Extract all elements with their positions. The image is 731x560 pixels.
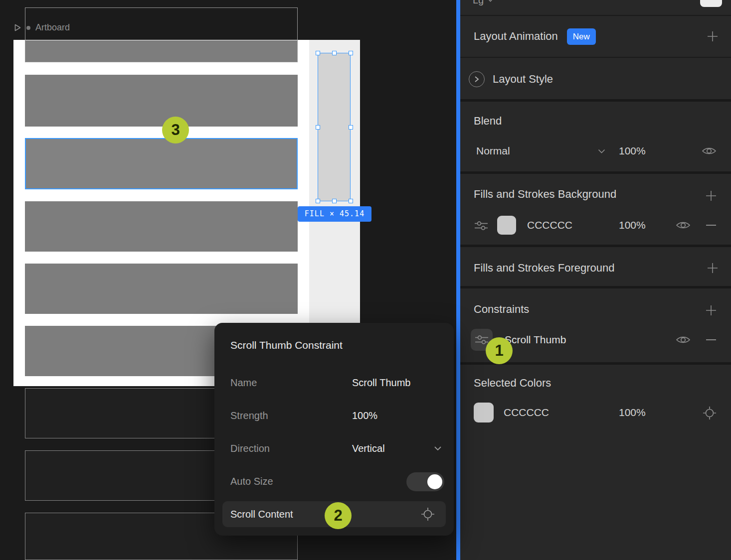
strength-value[interactable]: 100% — [352, 410, 377, 421]
selection-handle[interactable] — [349, 125, 353, 130]
constraint-item-label[interactable]: Scroll Thumb — [505, 329, 566, 351]
selected-color-opacity-field[interactable]: 100% — [619, 402, 646, 423]
layout-style-title: Layout Style — [493, 73, 553, 86]
selected-color-hex-field[interactable]: CCCCCC — [504, 402, 549, 423]
target-picker-icon[interactable] — [421, 507, 435, 521]
fills-foreground-section: Fills and Strokes Foreground — [460, 250, 731, 288]
adjust-icon — [475, 334, 489, 345]
list-item[interactable] — [25, 40, 297, 62]
layout-animation-row[interactable]: Layout Animation New — [460, 16, 731, 58]
toggle-knob[interactable] — [427, 474, 442, 489]
annotation-badge-3: 3 — [162, 117, 189, 143]
scroll-thumb[interactable] — [318, 53, 351, 201]
target-picker-icon[interactable] — [703, 406, 717, 420]
blend-title: Blend — [474, 115, 502, 128]
inspector-panel: Lg Layout Animation New Layout Style Ble… — [460, 0, 731, 560]
eye-icon[interactable] — [702, 146, 717, 156]
list-item[interactable] — [25, 264, 298, 314]
panel-top-partial-label: Lg — [473, 0, 484, 6]
add-foreground-fill-button[interactable] — [706, 262, 719, 275]
artboard-name: Artboard — [35, 22, 70, 33]
annotation-badge-2: 2 — [325, 502, 352, 529]
constraints-title: Constraints — [474, 303, 529, 316]
artboard-label[interactable]: Artboard — [14, 22, 70, 33]
chevron-down-icon — [487, 0, 494, 2]
add-layout-animation-button[interactable] — [706, 30, 719, 43]
panel-resize-divider[interactable] — [456, 0, 460, 560]
annotation-badge-1: 1 — [486, 337, 513, 364]
auto-size-toggle[interactable] — [406, 472, 444, 491]
add-fill-button[interactable] — [705, 189, 718, 202]
eye-icon[interactable] — [676, 220, 691, 230]
auto-size-label: Auto Size — [230, 476, 273, 487]
chevron-down-icon[interactable] — [598, 149, 605, 153]
new-badge: New — [567, 28, 596, 45]
fill-color-swatch[interactable] — [497, 216, 516, 235]
direction-label: Direction — [230, 443, 270, 454]
component-dot-icon — [26, 26, 30, 30]
list-item-selected[interactable] — [25, 138, 298, 189]
selection-handle[interactable] — [349, 199, 353, 203]
layout-animation-title: Layout Animation — [474, 30, 558, 43]
blend-section: Blend Normal 100% — [460, 104, 731, 174]
name-label: Name — [230, 377, 257, 389]
strength-label: Strength — [230, 410, 268, 421]
selection-handle[interactable] — [316, 51, 320, 55]
direction-select[interactable]: Vertical — [352, 443, 385, 454]
fill-opacity-field[interactable]: 100% — [619, 215, 646, 235]
panel-top-partial-control[interactable]: Lg — [473, 0, 494, 6]
remove-fill-button[interactable] — [706, 224, 717, 226]
size-tooltip: FILL × 45.14 — [298, 206, 371, 222]
remove-constraint-button[interactable] — [706, 339, 717, 341]
chevron-right-circle-icon[interactable] — [469, 71, 485, 87]
fills-foreground-title: Fills and Strokes Foreground — [474, 262, 614, 275]
list-item[interactable] — [25, 75, 298, 127]
scroll-content-label: Scroll Content — [230, 501, 293, 527]
popup-title: Scroll Thumb Constraint — [230, 339, 343, 351]
selection-handle[interactable] — [349, 51, 353, 55]
app-window: Artboard FILL × 45.14 Scroll Thumb Const… — [0, 0, 731, 560]
chevron-down-icon[interactable] — [434, 446, 442, 451]
selected-color-swatch[interactable] — [474, 403, 494, 422]
selected-colors-title: Selected Colors — [474, 377, 551, 390]
layout-style-row[interactable]: Layout Style — [460, 59, 731, 102]
blend-mode-select[interactable]: Normal — [476, 142, 510, 160]
eye-icon[interactable] — [676, 335, 691, 345]
name-value[interactable]: Scroll Thumb — [352, 377, 410, 389]
list-item[interactable] — [25, 201, 298, 252]
fill-color-hex-field[interactable]: CCCCCC — [527, 215, 572, 235]
panel-top-partial-button[interactable] — [700, 0, 722, 7]
selection-handle[interactable] — [316, 199, 320, 203]
selection-handle[interactable] — [332, 51, 337, 55]
selected-colors-section: Selected Colors CCCCCC 100% — [460, 367, 731, 560]
add-constraint-button[interactable] — [705, 304, 718, 317]
fills-background-section: Fills and Strokes Background CCCCCC 100% — [460, 176, 731, 247]
fills-background-title: Fills and Strokes Background — [474, 188, 616, 201]
adjust-icon[interactable] — [474, 220, 488, 231]
selection-handle[interactable] — [316, 125, 320, 130]
blend-opacity-field[interactable]: 100% — [619, 142, 646, 160]
selection-handle[interactable] — [332, 199, 337, 203]
play-triangle-icon — [14, 23, 21, 32]
